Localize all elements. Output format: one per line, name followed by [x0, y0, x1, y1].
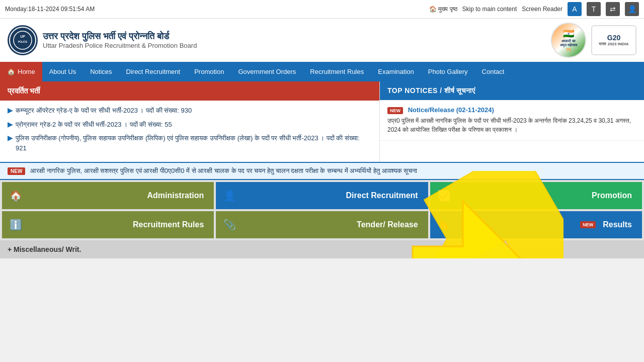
quick-link-tender[interactable]: 📎 Tender/ Release [216, 211, 428, 238]
nav-direct-label: Direct Recruitment [126, 68, 181, 75]
misc-bar[interactable]: + Miscellaneous/ Writ. [0, 240, 644, 258]
logo: UP POLICE [8, 25, 38, 55]
top-bar-right: 🏠 मुख्य पृष्ठ Skip to main content Scree… [429, 2, 639, 16]
contrast-icon[interactable]: A [568, 2, 582, 16]
quick-link-recruitment-rules[interactable]: ℹ️ Recruitment Rules [2, 211, 214, 238]
pravrit-header: प्रवर्तित भर्ती [0, 81, 379, 101]
nav-contact[interactable]: Contact [475, 62, 512, 81]
language-icon[interactable]: ⇄ [606, 2, 620, 16]
screen-reader-link[interactable]: Screen Reader [522, 6, 562, 13]
pravrit-text-1: कम्प्यूटर ऑपरेटर ग्रेड-ए के पदों पर सीधी… [16, 106, 192, 116]
direct-recruitment-icon: 👤 [223, 190, 236, 202]
quick-link-administration[interactable]: 🏠 Administration [2, 182, 214, 209]
nav-photo-gallery[interactable]: Photo Gallery [421, 62, 475, 81]
administration-icon: 🏠 [10, 190, 22, 202]
quick-links: 🏠 Administration 👤 Direct Recruitment 📈 … [0, 180, 644, 240]
header-titles: उत्तर प्रदेश पुलिस भर्ती एवं प्रोन्नति ब… [43, 31, 197, 49]
pravrit-list: ▶ कम्प्यूटर ऑपरेटर ग्रेड-ए के पदों पर सी… [0, 101, 379, 162]
nav-recruitment-rules[interactable]: Recruitment Rules [303, 62, 371, 81]
notice-badge-1: NEW [387, 107, 403, 114]
header-title-hindi: उत्तर प्रदेश पुलिस भर्ती एवं प्रोन्नति ब… [43, 31, 197, 42]
nav-examination[interactable]: Examination [371, 62, 421, 81]
g20-logo: G20 भारत 2023 INDIA [591, 25, 636, 55]
nav-gallery-label: Photo Gallery [428, 68, 468, 75]
quick-link-direct-recruitment[interactable]: 👤 Direct Recruitment [216, 182, 428, 209]
svg-text:UP: UP [20, 35, 25, 38]
header-title-english: Uttar Pradesh Police Recruitment & Promo… [43, 42, 197, 49]
recruitment-rules-icon: ℹ️ [10, 219, 22, 231]
bullet-arrow-2: ▶ [8, 120, 13, 130]
quick-link-results[interactable]: 🔖 NEW Results [430, 211, 642, 238]
ticker-text: आरक्षी नागरिक पुलिस, आरक्षी सशस्त्र पुलि… [30, 167, 417, 175]
bullet-arrow-3: ▶ [8, 133, 13, 143]
home-link[interactable]: 🏠 मुख्य पृष्ठ [429, 6, 457, 13]
right-panel: TOP NOTICES / शीर्ष सूचनाएं NEW Notice/R… [380, 81, 644, 162]
font-size-icon[interactable]: T [587, 2, 601, 16]
user-icon[interactable]: 👤 [625, 2, 639, 16]
azadi-logo: 🇮🇳 आज़ादी का अमृत महोत्सव 75 [551, 23, 586, 58]
header-logos: 🇮🇳 आज़ादी का अमृत महोत्सव 75 G20 भारत 20… [551, 23, 636, 58]
nav-govt-orders[interactable]: Government Orders [231, 62, 303, 81]
nav-promotion[interactable]: Promotion [187, 62, 231, 81]
administration-label: Administration [147, 191, 204, 200]
results-label: Results [603, 220, 632, 229]
nav-about[interactable]: About Us [42, 62, 83, 81]
main-content: प्रवर्तित भर्ती ▶ कम्प्यूटर ऑपरेटर ग्रेड… [0, 81, 644, 162]
nav-about-label: About Us [49, 68, 76, 75]
results-new-badge: NEW [580, 221, 596, 228]
nav-home[interactable]: 🏠 Home [0, 62, 42, 81]
header-left: UP POLICE उत्तर प्रदेश पुलिस भर्ती एवं प… [8, 25, 197, 55]
pravrit-item-1[interactable]: ▶ कम्प्यूटर ऑपरेटर ग्रेड-ए के पदों पर सी… [8, 106, 372, 116]
notice-item-1[interactable]: NEW Notice/Release (02-11-2024) उप्र0 पु… [380, 100, 644, 141]
left-panel: प्रवर्तित भर्ती ▶ कम्प्यूटर ऑपरेटर ग्रेड… [0, 81, 380, 162]
tender-label: Tender/ Release [357, 220, 418, 229]
nav-rules-label: Recruitment Rules [310, 68, 364, 75]
nav-govt-label: Government Orders [238, 68, 296, 75]
results-icon: 🔖 [438, 219, 450, 231]
nav-contact-label: Contact [482, 68, 505, 75]
pravrit-text-3: पुलिस उपनिरीक्षक (गोपनीय), पुलिस सहायक उ… [16, 133, 372, 153]
recruitment-rules-label: Recruitment Rules [133, 220, 204, 229]
pravrit-item-3[interactable]: ▶ पुलिस उपनिरीक्षक (गोपनीय), पुलिस सहायक… [8, 133, 372, 153]
ticker-bar: NEW आरक्षी नागरिक पुलिस, आरक्षी सशस्त्र … [0, 162, 644, 180]
nav-promotion-label: Promotion [194, 68, 224, 75]
promotion-label: Promotion [592, 191, 632, 200]
quick-link-promotion[interactable]: 📈 Promotion [430, 182, 642, 209]
svg-text:POLICE: POLICE [18, 40, 27, 43]
bullet-arrow-1: ▶ [8, 106, 13, 116]
notice-text-1: उप्र0 पुलिस में आरक्षी नागरिक पुलिस के प… [387, 116, 636, 134]
top-notices-header: TOP NOTICES / शीर्ष सूचनाएं [380, 81, 644, 100]
nav-home-label: Home [18, 68, 35, 75]
pravrit-text-2: प्रोग्रामर ग्रेड-2 के पदों पर सीधी भर्ती… [16, 120, 172, 130]
nav-notices[interactable]: Notices [83, 62, 119, 81]
tender-icon: 📎 [223, 219, 236, 231]
pravrit-item-2[interactable]: ▶ प्रोग्रामर ग्रेड-2 के पदों पर सीधी भर्… [8, 120, 372, 130]
home-nav-icon: 🏠 [7, 68, 15, 75]
top-bar: Monday:18-11-2024 09:51:54 AM 🏠 मुख्य पृ… [0, 0, 644, 19]
promotion-icon: 📈 [438, 190, 450, 202]
direct-recruitment-label: Direct Recruitment [346, 191, 418, 200]
notice-title-1: NEW Notice/Release (02-11-2024) [387, 106, 636, 114]
nav-exam-label: Examination [378, 68, 414, 75]
nav-direct-recruitment[interactable]: Direct Recruitment [119, 62, 188, 81]
ticker-badge: NEW [8, 167, 25, 175]
nav-notices-label: Notices [90, 68, 112, 75]
datetime: Monday:18-11-2024 09:51:54 AM [5, 6, 95, 13]
navbar: 🏠 Home About Us Notices Direct Recruitme… [0, 62, 644, 81]
header: UP POLICE उत्तर प्रदेश पुलिस भर्ती एवं प… [0, 19, 644, 62]
skip-link[interactable]: Skip to main content [462, 6, 517, 13]
